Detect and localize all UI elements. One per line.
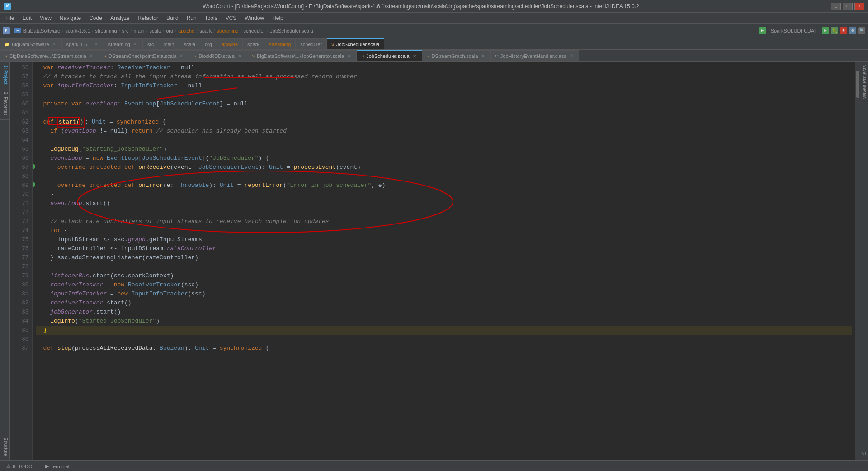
bottombar: ⚠ 6: TODO ▶ Terminal (0, 460, 868, 471)
close-button[interactable]: ✕ (854, 3, 864, 10)
code-line-57: // A tracker to track all the input stre… (36, 72, 852, 81)
project-icon: P (3, 27, 10, 34)
menu-help[interactable]: Help (269, 14, 287, 22)
scrollbar[interactable] (855, 62, 860, 460)
toolbar: P E BigDataSoftware / spark-1.6.1 / stre… (0, 24, 868, 38)
code-line-62: def start(): Unit = synchronized { (36, 118, 852, 127)
gutter-icon-67: ▶ (33, 164, 35, 169)
search-everywhere-btn[interactable]: 🔍 (858, 27, 865, 34)
minimize-button[interactable]: _ (831, 3, 841, 10)
code-line-63: if (eventLoop != null) return // schedul… (36, 127, 852, 136)
file-tabs: S BigDataSoftware\...\DStream.scala ✕ S … (0, 50, 868, 62)
file-tab-dstream[interactable]: S BigDataSoftware\...\DStream.scala ✕ (0, 50, 99, 61)
code-line-72 (36, 208, 852, 217)
panel-tab-structure[interactable]: Structure (0, 434, 9, 460)
main-layout: 1: Project 2: Favorites Structure 56 57 … (0, 62, 868, 460)
code-line-85: } (36, 326, 852, 335)
file-tab-jobscheduler[interactable]: S JobScheduler.scala ✕ (357, 50, 422, 61)
menu-run[interactable]: Run (183, 14, 200, 22)
code-editor: 56 57 58 59 60 61 62 63 64 65 66 67 68 6… (10, 62, 860, 460)
tab-scala[interactable]: scala (179, 38, 200, 49)
menu-build[interactable]: Build (163, 14, 182, 22)
todo-tab[interactable]: ⚠ 6: TODO (4, 462, 35, 470)
right-sidebar: Maven Projects AI (860, 62, 868, 460)
panel-tab-project[interactable]: 1: Project (0, 62, 9, 88)
app-logo: W (4, 3, 11, 10)
scrollbar-thumb[interactable] (856, 71, 859, 98)
file-tab-jobgenerator[interactable]: S BigDataSoftware\...\JobGenerator.scala… (247, 50, 357, 61)
code-line-61 (36, 109, 852, 118)
build-btn[interactable]: ⚙ (849, 27, 856, 34)
menubar: File Edit View Navigate Code Analyze Ref… (0, 13, 868, 24)
code-line-75: inputDStream <- ssc.graph.getInputStream… (36, 235, 852, 244)
run-config[interactable]: SparkSQLUDFUDAF (768, 27, 820, 34)
file-tab-jobhistory[interactable]: C JobHistoryEventHandler.class ✕ (491, 50, 579, 61)
code-line-58: var inputInfoTracker: InputInfoTracker =… (36, 81, 852, 90)
debug-btn[interactable]: 🐛 (831, 27, 838, 34)
terminal-tab[interactable]: ▶ Terminal (42, 462, 72, 470)
code-line-71: eventLoop.start() (36, 199, 852, 208)
titlebar: W WordCount - [D:\IdeaProjects\WordCount… (0, 0, 868, 13)
file-tab-dstreamgraph[interactable]: S DStreamGraph.scala ✕ (422, 50, 491, 61)
menu-tools[interactable]: Tools (201, 14, 221, 22)
code-line-73: // attach rate controllers of input stre… (36, 217, 852, 226)
code-line-67: ▶ override protected def onReceive(event… (36, 163, 852, 172)
code-line-74: for { (36, 226, 852, 235)
code-line-70: } (36, 190, 852, 199)
code-line-76: rateController <- inputDStream.rateContr… (36, 244, 852, 253)
code-line-68 (36, 172, 852, 181)
tab-streaming[interactable]: streaming ✕ (104, 38, 143, 49)
line-numbers: 56 57 58 59 60 61 62 63 64 65 66 67 68 6… (10, 62, 33, 460)
window-title: WordCount - [D:\IdeaProjects\WordCount] … (11, 3, 831, 10)
maven-projects-panel[interactable]: Maven Projects (861, 63, 868, 101)
code-line-78 (36, 262, 852, 271)
code-line-80: receiverTracker = new ReceiverTracker(ss… (36, 281, 852, 290)
tab-scheduler[interactable]: scheduler (296, 38, 327, 49)
code-content[interactable]: var receiverTracker: ReceiverTracker = n… (33, 62, 855, 460)
menu-edit[interactable]: Edit (19, 14, 35, 22)
toolbar-breadcrumb: E BigDataSoftware / spark-1.6.1 / stream… (12, 27, 316, 34)
tab-bigdatasoftware[interactable]: 📁 BigDataSoftware ✕ (0, 38, 62, 49)
run-icon[interactable]: ▶ (759, 27, 766, 34)
file-tab-blockrdd[interactable]: S BlockRDD.scala ✕ (189, 50, 247, 61)
code-line-84: logInfo("Started JobScheduler") (36, 317, 852, 326)
code-line-60: private var eventLoop: EventLoop[JobSche… (36, 100, 852, 109)
tab-streaming2[interactable]: streaming (264, 38, 296, 49)
code-line-82: receiverTracker.start() (36, 299, 852, 308)
code-line-81: inputInfoTracker = new InputInfoTracker(… (36, 290, 852, 299)
code-line-83: jobGenerator.start() (36, 308, 852, 317)
menu-vcs[interactable]: VCS (222, 14, 241, 22)
window-controls: _ □ ✕ (831, 3, 864, 10)
tab-main[interactable]: main (159, 38, 179, 49)
tab-apache[interactable]: apache (217, 38, 243, 49)
project-breadcrumb-tabs: 📁 BigDataSoftware ✕ spark-1.6.1 ✕ stream… (0, 38, 868, 50)
tab-spark2[interactable]: spark (243, 38, 264, 49)
tab-src[interactable]: src (143, 38, 159, 49)
menu-navigate[interactable]: Navigate (56, 14, 85, 22)
code-line-65: logDebug("Starting_JobScheduler") (36, 145, 852, 154)
menu-file[interactable]: File (2, 14, 18, 22)
code-line-77: } ssc.addStreamingListener(rateControlle… (36, 253, 852, 262)
menu-window[interactable]: Window (241, 14, 268, 22)
run-btn[interactable]: ▶ (822, 27, 829, 34)
maximize-button[interactable]: □ (843, 3, 853, 10)
code-line-66: eventLoop = new EventLoop[JobSchedulerEv… (36, 154, 852, 163)
gutter-icon-69: ▶ (33, 182, 35, 187)
menu-analyze[interactable]: Analyze (107, 14, 133, 22)
stop-btn[interactable]: ■ (840, 27, 847, 34)
tab-jobscheduler[interactable]: S JobScheduler.scala (327, 38, 384, 49)
code-line-86 (36, 335, 852, 344)
menu-code[interactable]: Code (85, 14, 106, 22)
code-line-69: ▶ override protected def onError(e: Thro… (36, 181, 852, 190)
ai-assistant-icon[interactable]: AI (860, 450, 868, 458)
file-tab-dstreamcheckpoint[interactable]: S DStreamCheckpointData.scala ✕ (99, 50, 189, 61)
code-line-56: var receiverTracker: ReceiverTracker = n… (36, 63, 852, 72)
panel-tab-favorites[interactable]: 2: Favorites (0, 88, 9, 119)
code-line-64 (36, 136, 852, 145)
menu-refactor[interactable]: Refactor (134, 14, 162, 22)
tab-spark[interactable]: spark-1.6.1 ✕ (62, 38, 104, 49)
code-line-79: listenerBus.start(ssc.sparkContext) (36, 271, 852, 281)
tab-org[interactable]: org (200, 38, 217, 49)
left-panel-tabs: 1: Project 2: Favorites Structure (0, 62, 10, 460)
menu-view[interactable]: View (36, 14, 55, 22)
